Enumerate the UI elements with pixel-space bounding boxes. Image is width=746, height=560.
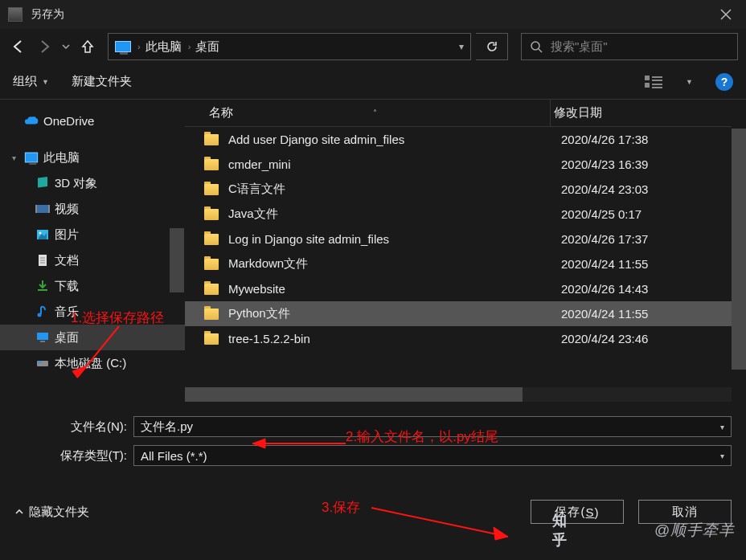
- sidebar-item-0[interactable]: 3D 对象: [0, 170, 185, 196]
- vertical-scrollbar[interactable]: [732, 100, 746, 402]
- sidebar: OneDrive ▾ 此电脑 3D 对象视频图片文档下载音乐桌面本地磁盘 (C:…: [0, 100, 185, 402]
- file-date: 2020/4/25 0:17: [561, 207, 746, 221]
- file-row[interactable]: cmder_mini 2020/4/23 16:39: [185, 152, 746, 177]
- svg-rect-2: [645, 76, 650, 80]
- folder-type-icon: [35, 176, 50, 190]
- file-name: Mywebsite: [228, 282, 561, 296]
- chevron-up-icon: [14, 507, 24, 517]
- folder-icon: [204, 333, 219, 345]
- sidebar-item-4[interactable]: 下载: [0, 273, 185, 299]
- sidebar-item-thispc[interactable]: ▾ 此电脑: [0, 145, 185, 170]
- help-button[interactable]: ?: [715, 73, 733, 91]
- filename-input[interactable]: 文件名.py ▾: [133, 416, 732, 437]
- folder-type-icon: [35, 330, 50, 345]
- filetype-label: 保存类型(T):: [14, 448, 133, 464]
- svg-rect-11: [48, 205, 50, 213]
- thispc-icon: [115, 41, 131, 52]
- sidebar-item-6[interactable]: 桌面: [0, 325, 185, 350]
- file-date: 2020/4/26 17:38: [561, 133, 746, 146]
- chevron-down-icon[interactable]: ▾: [8, 153, 19, 162]
- folder-type-icon: [35, 202, 50, 216]
- folder-icon: [204, 234, 219, 245]
- file-row[interactable]: Add user Django site admin_files 2020/4/…: [185, 127, 746, 152]
- onedrive-icon: [24, 113, 39, 128]
- breadcrumb-root[interactable]: 此电脑: [146, 39, 182, 55]
- filename-label: 文件名(N):: [14, 419, 133, 435]
- file-name: Add user Django site admin_files: [228, 133, 561, 146]
- folder-icon: [204, 134, 219, 145]
- folder-type-icon: [35, 356, 50, 370]
- svg-point-13: [39, 232, 42, 235]
- file-row[interactable]: tree-1.5.2.2-bin 2020/4/24 23:46: [185, 326, 746, 351]
- zhihu-logo: 知乎: [552, 520, 573, 541]
- breadcrumb-current[interactable]: 桌面: [195, 39, 219, 55]
- organize-menu[interactable]: 组织 ▼: [13, 74, 49, 89]
- svg-rect-21: [40, 341, 45, 342]
- file-name: C语言文件: [228, 182, 561, 197]
- nav-forward-button[interactable]: [34, 36, 55, 57]
- search-icon: [530, 40, 543, 53]
- file-row[interactable]: C语言文件 2020/4/24 23:03: [185, 177, 746, 202]
- address-dropdown-icon[interactable]: ▾: [459, 41, 464, 52]
- folder-icon: [204, 209, 219, 220]
- sort-asc-icon: ˄: [373, 108, 377, 117]
- sidebar-item-onedrive[interactable]: OneDrive: [0, 108, 185, 133]
- file-row[interactable]: Python文件 2020/4/24 11:55: [185, 301, 746, 326]
- file-date: 2020/4/24 23:03: [561, 182, 746, 196]
- sidebar-item-2[interactable]: 图片: [0, 222, 185, 247]
- svg-point-19: [38, 313, 42, 317]
- column-date[interactable]: 修改日期: [550, 100, 746, 126]
- window-title: 另存为: [31, 7, 709, 22]
- file-date: 2020/4/24 11:55: [561, 307, 746, 321]
- sidebar-item-3[interactable]: 文档: [0, 247, 185, 273]
- file-row[interactable]: Log in Django site admin_files 2020/4/26…: [185, 227, 746, 251]
- file-name: Python文件: [228, 306, 561, 321]
- folder-icon: [204, 259, 219, 270]
- file-date: 2020/4/26 17:37: [561, 232, 746, 246]
- folder-icon: [204, 159, 219, 170]
- svg-rect-20: [37, 333, 48, 340]
- svg-line-1: [539, 49, 542, 52]
- folder-type-icon: [35, 305, 50, 319]
- file-row[interactable]: Markdown文件 2020/4/24 11:55: [185, 251, 746, 276]
- folder-type-icon: [35, 253, 50, 268]
- column-name[interactable]: 名称 ˄: [204, 105, 550, 121]
- svg-rect-9: [37, 205, 48, 213]
- file-date: 2020/4/23 16:39: [561, 157, 746, 171]
- new-folder-button[interactable]: 新建文件夹: [72, 74, 132, 89]
- app-icon: [8, 7, 23, 22]
- watermark: @顺手牵羊: [654, 520, 735, 541]
- nav-up-button[interactable]: [77, 36, 98, 57]
- folder-type-icon: [35, 227, 50, 242]
- folder-icon: [204, 309, 219, 320]
- close-icon[interactable]: [709, 2, 743, 27]
- svg-rect-23: [38, 362, 42, 363]
- file-date: 2020/4/24 11:55: [561, 257, 746, 271]
- file-name: Markdown文件: [228, 256, 561, 272]
- sidebar-scrollbar[interactable]: [170, 228, 184, 292]
- nav-history-dropdown[interactable]: [59, 36, 72, 57]
- sidebar-item-7[interactable]: 本地磁盘 (C:): [0, 350, 185, 376]
- file-list: Add user Django site admin_files 2020/4/…: [185, 127, 746, 386]
- search-placeholder: 搜索"桌面": [551, 39, 608, 55]
- hide-folders-toggle[interactable]: 隐藏文件夹: [14, 505, 89, 520]
- file-date: 2020/4/26 14:43: [561, 282, 746, 296]
- address-bar[interactable]: ›此电脑 ›桌面 ▾: [108, 33, 471, 60]
- nav-back-button[interactable]: [8, 36, 29, 57]
- file-row[interactable]: Mywebsite 2020/4/26 14:43: [185, 276, 746, 301]
- thispc-icon: [24, 150, 39, 165]
- filetype-select[interactable]: All Files (*.*) ▾: [133, 445, 732, 466]
- chevron-down-icon[interactable]: ▾: [720, 452, 724, 460]
- file-row[interactable]: Java文件 2020/4/25 0:17: [185, 202, 746, 227]
- sidebar-item-1[interactable]: 视频: [0, 196, 185, 222]
- folder-type-icon: [35, 279, 50, 293]
- view-mode-button[interactable]: [644, 72, 663, 92]
- column-header: 名称 ˄ 修改日期: [185, 100, 746, 127]
- view-dropdown-icon[interactable]: ▼: [686, 78, 693, 86]
- refresh-button[interactable]: [476, 33, 508, 60]
- save-button[interactable]: 保存(S): [531, 500, 624, 524]
- horizontal-scrollbar[interactable]: [185, 387, 746, 402]
- search-input[interactable]: 搜索"桌面": [521, 33, 738, 60]
- sidebar-item-5[interactable]: 音乐: [0, 299, 185, 325]
- chevron-down-icon[interactable]: ▾: [720, 423, 724, 431]
